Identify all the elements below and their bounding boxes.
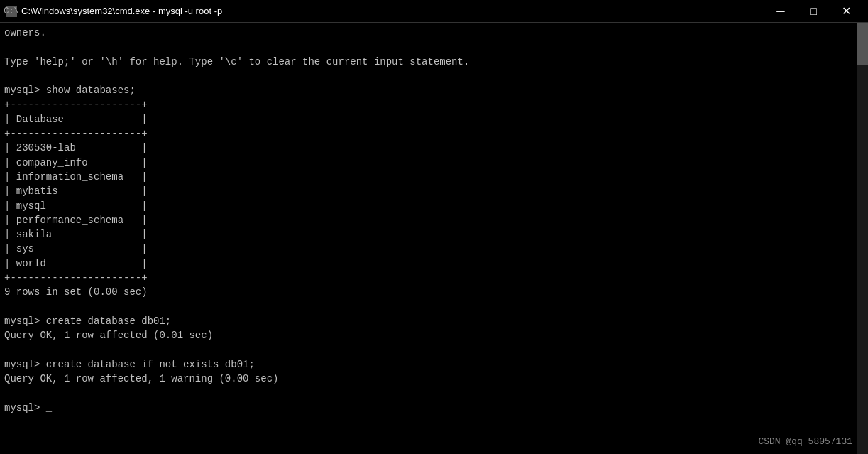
- window-title: C:\Windows\system32\cmd.exe - mysql -u r…: [21, 6, 764, 16]
- db-entry-3: | information_schema |: [4, 171, 148, 183]
- prompt-create-db01-ifnotexists: mysql> create database if not exists db0…: [4, 359, 255, 370]
- line-owners: owners.: [4, 27, 46, 38]
- terminal-output: owners. Type 'help;' or '\h' for help. T…: [4, 26, 864, 415]
- prompt-create-db01: mysql> create database db01;: [4, 315, 171, 327]
- watermark: CSDN @qq_58057131: [758, 436, 852, 448]
- titlebar: C:\ C:\Windows\system32\cmd.exe - mysql …: [0, 0, 868, 23]
- db-entry-5: | mysql |: [4, 200, 148, 212]
- query-ok-1: Query OK, 1 row affected (0.01 sec): [4, 330, 213, 341]
- query-ok-2: Query OK, 1 row affected, 1 warning (0.0…: [4, 373, 278, 384]
- app-icon: C:\: [6, 6, 17, 17]
- db-entry-9: | world |: [4, 258, 148, 269]
- table-header: | Database |: [4, 114, 148, 125]
- prompt-show-databases: mysql> show databases;: [4, 85, 136, 96]
- minimize-button[interactable]: ─: [764, 0, 797, 23]
- scrollbar[interactable]: [857, 23, 868, 454]
- line-help: Type 'help;' or '\h' for help. Type '\c'…: [4, 56, 469, 67]
- db-entry-6: | performance_schema |: [4, 215, 148, 226]
- close-button[interactable]: ✕: [830, 0, 862, 23]
- db-entry-4: | mybatis |: [4, 185, 148, 197]
- table-top-border: +----------------------+: [4, 99, 148, 110]
- db-entry-1: | 230530-lab |: [4, 142, 148, 153]
- table-sep: +----------------------+: [4, 128, 148, 139]
- db-entry-2: | company_info |: [4, 157, 148, 168]
- prompt-current: mysql> _: [4, 402, 52, 414]
- db-entry-8: | sys |: [4, 243, 148, 254]
- scrollbar-thumb[interactable]: [857, 23, 868, 65]
- db-entry-7: | sakila |: [4, 229, 148, 240]
- terminal-content[interactable]: owners. Type 'help;' or '\h' for help. T…: [0, 23, 868, 454]
- maximize-button[interactable]: □: [797, 0, 830, 23]
- row-count: 9 rows in set (0.00 sec): [4, 286, 148, 298]
- terminal-window: C:\ C:\Windows\system32\cmd.exe - mysql …: [0, 0, 868, 454]
- table-bottom-border: +----------------------+: [4, 272, 148, 283]
- window-controls: ─ □ ✕: [764, 0, 862, 23]
